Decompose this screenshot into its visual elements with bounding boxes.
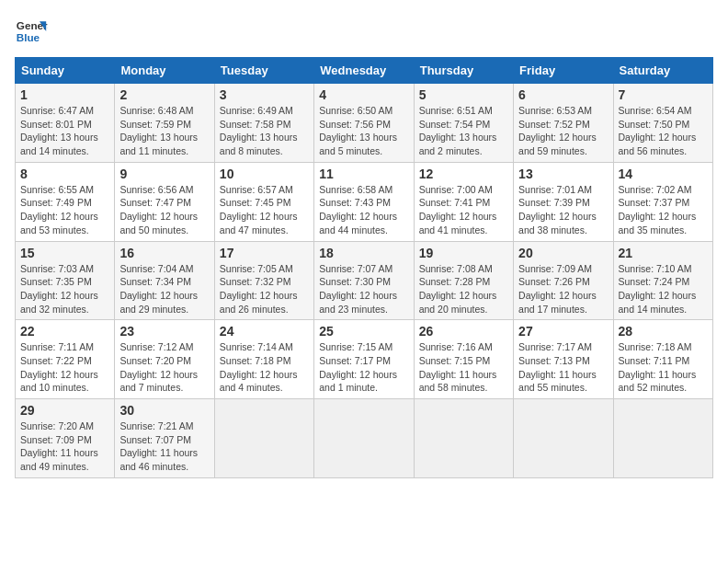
col-header-wednesday: Wednesday <box>314 58 414 84</box>
day-cell: 22Sunrise: 7:11 AM Sunset: 7:22 PM Dayli… <box>16 320 115 399</box>
day-cell <box>613 399 712 478</box>
day-number: 28 <box>619 324 708 339</box>
day-number: 7 <box>619 87 708 102</box>
day-number: 22 <box>20 324 109 339</box>
day-number: 4 <box>319 87 408 102</box>
day-cell: 10Sunrise: 6:57 AM Sunset: 7:45 PM Dayli… <box>214 162 313 241</box>
day-cell: 9Sunrise: 6:56 AM Sunset: 7:47 PM Daylig… <box>115 162 214 241</box>
col-header-tuesday: Tuesday <box>214 58 313 84</box>
svg-text:Blue: Blue <box>17 31 40 43</box>
day-number: 25 <box>319 324 408 339</box>
day-number: 1 <box>20 87 109 102</box>
page-header: General Blue <box>15 15 713 48</box>
day-number: 3 <box>220 87 309 102</box>
day-number: 12 <box>419 167 508 181</box>
day-cell: 27Sunrise: 7:17 AM Sunset: 7:13 PM Dayli… <box>514 320 613 399</box>
day-number: 2 <box>119 87 209 102</box>
day-number: 10 <box>220 167 309 181</box>
logo: General Blue <box>15 15 48 48</box>
day-info: Sunrise: 7:09 AM Sunset: 7:26 PM Dayligh… <box>518 262 608 316</box>
day-cell <box>414 399 513 478</box>
day-number: 23 <box>119 324 209 339</box>
day-info: Sunrise: 6:50 AM Sunset: 7:56 PM Dayligh… <box>319 104 408 158</box>
day-cell <box>514 399 613 478</box>
day-cell: 30Sunrise: 7:21 AM Sunset: 7:07 PM Dayli… <box>115 399 214 478</box>
day-number: 16 <box>119 246 209 260</box>
day-info: Sunrise: 7:20 AM Sunset: 7:09 PM Dayligh… <box>20 419 109 474</box>
day-info: Sunrise: 7:05 AM Sunset: 7:32 PM Dayligh… <box>220 262 309 316</box>
day-number: 29 <box>20 403 109 418</box>
day-info: Sunrise: 6:55 AM Sunset: 7:49 PM Dayligh… <box>20 183 109 237</box>
day-info: Sunrise: 6:47 AM Sunset: 8:01 PM Dayligh… <box>20 104 109 158</box>
week-row-4: 22Sunrise: 7:11 AM Sunset: 7:22 PM Dayli… <box>16 320 713 399</box>
day-cell: 7Sunrise: 6:54 AM Sunset: 7:50 PM Daylig… <box>613 84 712 163</box>
day-info: Sunrise: 6:54 AM Sunset: 7:50 PM Dayligh… <box>619 104 708 158</box>
day-number: 27 <box>518 324 608 339</box>
day-number: 15 <box>20 246 109 260</box>
calendar-table: SundayMondayTuesdayWednesdayThursdayFrid… <box>15 57 713 478</box>
day-info: Sunrise: 7:08 AM Sunset: 7:28 PM Dayligh… <box>419 262 508 316</box>
day-cell: 24Sunrise: 7:14 AM Sunset: 7:18 PM Dayli… <box>214 320 313 399</box>
day-cell: 3Sunrise: 6:49 AM Sunset: 7:58 PM Daylig… <box>214 84 313 163</box>
day-cell: 19Sunrise: 7:08 AM Sunset: 7:28 PM Dayli… <box>414 241 513 320</box>
day-info: Sunrise: 6:57 AM Sunset: 7:45 PM Dayligh… <box>220 183 309 237</box>
day-info: Sunrise: 6:51 AM Sunset: 7:54 PM Dayligh… <box>419 104 508 158</box>
day-cell: 15Sunrise: 7:03 AM Sunset: 7:35 PM Dayli… <box>16 241 115 320</box>
day-cell: 1Sunrise: 6:47 AM Sunset: 8:01 PM Daylig… <box>16 84 115 163</box>
day-info: Sunrise: 7:12 AM Sunset: 7:20 PM Dayligh… <box>119 340 209 395</box>
day-cell: 2Sunrise: 6:48 AM Sunset: 7:59 PM Daylig… <box>115 84 214 163</box>
day-info: Sunrise: 7:11 AM Sunset: 7:22 PM Dayligh… <box>20 340 109 395</box>
day-info: Sunrise: 7:01 AM Sunset: 7:39 PM Dayligh… <box>518 183 608 237</box>
day-info: Sunrise: 7:21 AM Sunset: 7:07 PM Dayligh… <box>119 419 209 474</box>
col-header-sunday: Sunday <box>16 58 115 84</box>
day-info: Sunrise: 7:14 AM Sunset: 7:18 PM Dayligh… <box>220 340 309 395</box>
day-cell: 17Sunrise: 7:05 AM Sunset: 7:32 PM Dayli… <box>214 241 313 320</box>
day-number: 21 <box>619 246 708 260</box>
day-number: 13 <box>518 167 608 181</box>
day-info: Sunrise: 6:58 AM Sunset: 7:43 PM Dayligh… <box>319 183 408 237</box>
day-info: Sunrise: 7:03 AM Sunset: 7:35 PM Dayligh… <box>20 262 109 316</box>
day-cell: 16Sunrise: 7:04 AM Sunset: 7:34 PM Dayli… <box>115 241 214 320</box>
day-cell: 25Sunrise: 7:15 AM Sunset: 7:17 PM Dayli… <box>314 320 414 399</box>
day-cell: 21Sunrise: 7:10 AM Sunset: 7:24 PM Dayli… <box>613 241 712 320</box>
day-cell: 5Sunrise: 6:51 AM Sunset: 7:54 PM Daylig… <box>414 84 513 163</box>
day-cell: 20Sunrise: 7:09 AM Sunset: 7:26 PM Dayli… <box>514 241 613 320</box>
day-number: 20 <box>518 246 608 260</box>
day-cell: 11Sunrise: 6:58 AM Sunset: 7:43 PM Dayli… <box>314 162 414 241</box>
day-number: 26 <box>419 324 508 339</box>
day-info: Sunrise: 7:15 AM Sunset: 7:17 PM Dayligh… <box>319 340 408 395</box>
day-cell: 12Sunrise: 7:00 AM Sunset: 7:41 PM Dayli… <box>414 162 513 241</box>
day-info: Sunrise: 6:48 AM Sunset: 7:59 PM Dayligh… <box>119 104 209 158</box>
week-row-2: 8Sunrise: 6:55 AM Sunset: 7:49 PM Daylig… <box>16 162 713 241</box>
day-info: Sunrise: 7:10 AM Sunset: 7:24 PM Dayligh… <box>619 262 708 316</box>
day-info: Sunrise: 7:17 AM Sunset: 7:13 PM Dayligh… <box>518 340 608 395</box>
day-cell: 6Sunrise: 6:53 AM Sunset: 7:52 PM Daylig… <box>514 84 613 163</box>
logo-icon: General Blue <box>15 15 48 48</box>
day-info: Sunrise: 7:16 AM Sunset: 7:15 PM Dayligh… <box>419 340 508 395</box>
day-cell <box>314 399 414 478</box>
day-info: Sunrise: 7:00 AM Sunset: 7:41 PM Dayligh… <box>419 183 508 237</box>
col-header-friday: Friday <box>514 58 613 84</box>
day-number: 6 <box>518 87 608 102</box>
day-cell: 8Sunrise: 6:55 AM Sunset: 7:49 PM Daylig… <box>16 162 115 241</box>
day-number: 5 <box>419 87 508 102</box>
day-cell <box>214 399 313 478</box>
day-number: 14 <box>619 167 708 181</box>
day-number: 19 <box>419 246 508 260</box>
day-cell: 18Sunrise: 7:07 AM Sunset: 7:30 PM Dayli… <box>314 241 414 320</box>
day-number: 8 <box>20 167 109 181</box>
day-info: Sunrise: 7:04 AM Sunset: 7:34 PM Dayligh… <box>119 262 209 316</box>
day-cell: 28Sunrise: 7:18 AM Sunset: 7:11 PM Dayli… <box>613 320 712 399</box>
week-row-5: 29Sunrise: 7:20 AM Sunset: 7:09 PM Dayli… <box>16 399 713 478</box>
day-cell: 26Sunrise: 7:16 AM Sunset: 7:15 PM Dayli… <box>414 320 513 399</box>
day-cell: 14Sunrise: 7:02 AM Sunset: 7:37 PM Dayli… <box>613 162 712 241</box>
day-number: 18 <box>319 246 408 260</box>
day-info: Sunrise: 7:18 AM Sunset: 7:11 PM Dayligh… <box>619 340 708 395</box>
col-header-thursday: Thursday <box>414 58 513 84</box>
day-number: 11 <box>319 167 408 181</box>
day-info: Sunrise: 6:56 AM Sunset: 7:47 PM Dayligh… <box>119 183 209 237</box>
day-info: Sunrise: 7:07 AM Sunset: 7:30 PM Dayligh… <box>319 262 408 316</box>
day-number: 9 <box>119 167 209 181</box>
day-info: Sunrise: 6:49 AM Sunset: 7:58 PM Dayligh… <box>220 104 309 158</box>
day-cell: 13Sunrise: 7:01 AM Sunset: 7:39 PM Dayli… <box>514 162 613 241</box>
